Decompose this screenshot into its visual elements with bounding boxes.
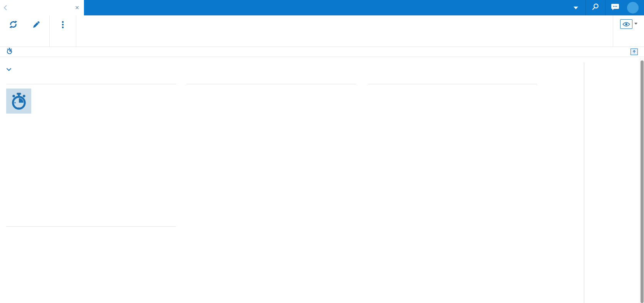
refresh-button[interactable] xyxy=(2,17,25,43)
details-collapse-header[interactable] xyxy=(6,66,16,73)
search-button[interactable] xyxy=(586,0,605,15)
detail-page xyxy=(0,57,644,303)
more-dots-icon xyxy=(62,19,64,30)
group-divider xyxy=(6,226,176,227)
group-error xyxy=(6,223,176,232)
back-chevron-icon[interactable] xyxy=(2,5,8,11)
group-timer xyxy=(6,80,176,89)
top-bar: ✕ xyxy=(0,0,644,15)
group-divider xyxy=(368,84,537,84)
search-icon xyxy=(592,3,599,12)
menu-dropdown-button[interactable] xyxy=(566,0,585,15)
timer-icon xyxy=(6,48,13,56)
tab-close-icon[interactable]: ✕ xyxy=(74,5,80,11)
timer-entity-icon xyxy=(6,89,31,114)
topbar-actions xyxy=(566,0,644,15)
ribbon-group-general xyxy=(0,15,50,47)
edit-pencil-icon xyxy=(32,19,40,30)
popout-button[interactable] xyxy=(631,49,638,55)
chat-icon xyxy=(611,3,619,12)
scrollbar-thumb[interactable] xyxy=(641,60,644,303)
ribbon-group-page xyxy=(613,15,644,47)
ribbon-group-actions xyxy=(50,15,76,47)
user-avatar[interactable] xyxy=(627,2,639,13)
group-divider xyxy=(6,84,176,84)
group-information xyxy=(186,80,356,89)
chevron-down-icon xyxy=(6,66,12,73)
feedback-button[interactable] xyxy=(605,0,625,15)
group-recurrence xyxy=(368,80,537,89)
chevron-down-icon xyxy=(574,7,578,9)
ribbon-spacer xyxy=(76,15,613,47)
views-dropdown-caret[interactable] xyxy=(634,23,637,25)
edit-button[interactable] xyxy=(25,17,48,43)
refresh-icon xyxy=(9,19,18,30)
views-button[interactable] xyxy=(616,17,641,43)
ribbon-toolbar xyxy=(0,15,644,47)
more-button[interactable] xyxy=(51,17,74,43)
document-tab[interactable]: ✕ xyxy=(0,0,84,15)
page-tab-sidebar xyxy=(584,62,639,303)
eye-icon xyxy=(620,19,632,29)
group-divider xyxy=(186,84,356,84)
app-window: ✕ xyxy=(0,0,644,303)
ribbon-group-label xyxy=(51,43,74,46)
ribbon-group-label xyxy=(2,43,48,46)
record-header xyxy=(0,47,644,57)
vertical-scrollbar[interactable] xyxy=(640,58,644,303)
